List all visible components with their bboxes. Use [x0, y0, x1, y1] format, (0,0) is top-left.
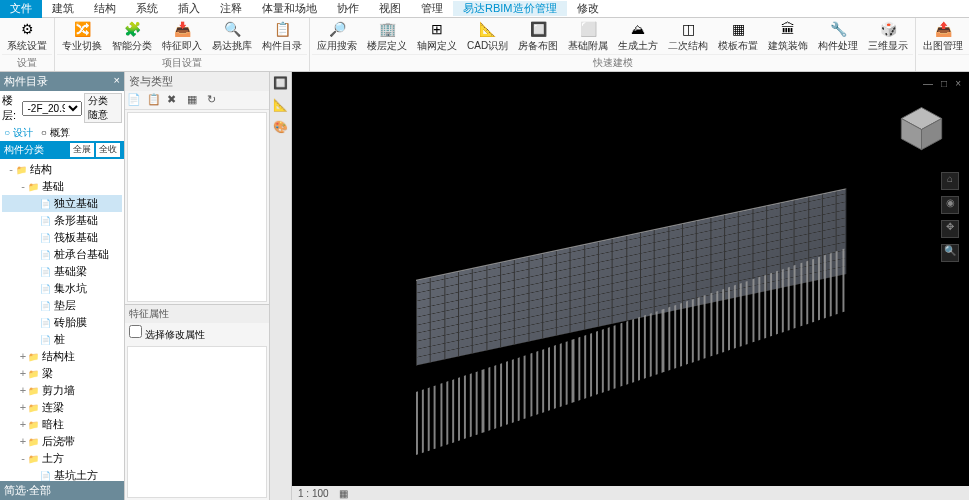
menu-annotate[interactable]: 注释	[210, 1, 252, 16]
tab-estimate[interactable]: ○ 概算	[37, 125, 74, 141]
copy-icon[interactable]: 📋	[147, 93, 161, 107]
menu-view[interactable]: 视图	[369, 1, 411, 16]
view-statusbar: 1 : 100 ▦	[292, 486, 969, 500]
menu-struct[interactable]: 结构	[84, 1, 126, 16]
data-source-icon: 🔍	[222, 19, 242, 39]
panel-header: 构件目录 ×	[0, 72, 124, 91]
component-catalog-panel: 构件目录 × 楼层: -2F_20.9(-12 分类随意 ○ 设计 ○ 概算 构…	[0, 72, 125, 500]
app-search[interactable]: 🔎应用搜索	[312, 18, 362, 54]
mid-title: 资与类型	[129, 74, 173, 89]
tree-node[interactable]: 📄 砖胎膜	[2, 314, 122, 331]
smart-classify-icon: 🧩	[122, 19, 142, 39]
tree-node[interactable]: 📄 条形基础	[2, 212, 122, 229]
close-view-icon[interactable]: ×	[955, 78, 961, 89]
component-tree[interactable]: -📁 结构-📁 基础📄 独立基础📄 条形基础📄 筏板基础📄 桩承台基础📄 基础梁…	[0, 159, 124, 481]
floor-def-icon: 🏢	[377, 19, 397, 39]
menu-mass[interactable]: 体量和场地	[252, 1, 327, 16]
menu-bar: 文件 建筑 结构 系统 插入 注释 体量和场地 协作 视图 管理 易达RBIM造…	[0, 0, 969, 18]
axis-def[interactable]: ⊞轴网定义	[412, 18, 462, 54]
export-map-icon: 📤	[933, 19, 953, 39]
formwork[interactable]: ▦模板布置	[713, 18, 763, 54]
tree-node[interactable]: -📁 基础	[2, 178, 122, 195]
view-mode-icon[interactable]: ▦	[339, 488, 348, 499]
close-icon[interactable]: ×	[114, 74, 120, 89]
tree-node[interactable]: 📄 筏板基础	[2, 229, 122, 246]
new-icon[interactable]: 📄	[127, 93, 141, 107]
collapse-all-btn[interactable]: 全收	[96, 143, 120, 157]
floor-select[interactable]: -2F_20.9(-12	[22, 101, 82, 116]
tree-node[interactable]: 📄 集水坑	[2, 280, 122, 297]
floor-label: 楼层:	[2, 93, 20, 123]
maximize-icon[interactable]: □	[941, 78, 947, 89]
cad-id-icon: 📐	[478, 19, 498, 39]
base-addon-icon: ⬜	[578, 19, 598, 39]
room-layer[interactable]: 🔲房备布图	[513, 18, 563, 54]
tree-node[interactable]: 📄 桩承台基础	[2, 246, 122, 263]
cad-id[interactable]: 📐CAD识别	[462, 18, 513, 54]
menu-system[interactable]: 系统	[126, 1, 168, 16]
feature-import-icon: 📥	[172, 19, 192, 39]
hierarchy-btn[interactable]: 分类随意	[84, 93, 122, 123]
type-panel: 资与类型 📄 📋 ✖ ▦ ↻ 特征属性 选择修改属性	[125, 72, 270, 500]
menu-manage[interactable]: 管理	[411, 1, 453, 16]
tree-node[interactable]: +📁 暗柱	[2, 416, 122, 433]
comp-proc-icon: 🔧	[828, 19, 848, 39]
minimize-icon[interactable]: —	[923, 78, 933, 89]
3d-viewport[interactable]: — □ × ⌂ ◉ ✥ 🔍 1 : 100 ▦	[292, 72, 969, 500]
menu-arch[interactable]: 建筑	[42, 1, 84, 16]
prop-item[interactable]: 选择修改属性	[125, 323, 269, 344]
zoom-level[interactable]: 1 : 100	[298, 488, 329, 499]
tree-node[interactable]: +📁 后浇带	[2, 433, 122, 450]
nav-zoom-icon[interactable]: 🔍	[941, 244, 959, 262]
side-tool-2-icon[interactable]: 📐	[273, 98, 289, 114]
tree-node[interactable]: -📁 结构	[2, 161, 122, 178]
type-list[interactable]	[127, 112, 267, 302]
data-source[interactable]: 🔍易达挑库	[207, 18, 257, 54]
feature-import[interactable]: 📥特征即入	[157, 18, 207, 54]
tree-node[interactable]: 📄 基坑土方	[2, 467, 122, 481]
expand-all-btn[interactable]: 全展	[70, 143, 94, 157]
tree-node[interactable]: +📁 连梁	[2, 399, 122, 416]
tree-node[interactable]: 📄 基础梁	[2, 263, 122, 280]
gen-earth[interactable]: ⛰生成土方	[613, 18, 663, 54]
formwork-icon: ▦	[728, 19, 748, 39]
export-map[interactable]: 📤出图管理	[918, 18, 968, 54]
component-list[interactable]: 📋构件目录	[257, 18, 307, 54]
comp-proc[interactable]: 🔧构件处理	[813, 18, 863, 54]
view-cube[interactable]	[894, 102, 949, 157]
side-tool-1-icon[interactable]: 🔲	[273, 76, 289, 92]
floor-def[interactable]: 🏢楼层定义	[362, 18, 412, 54]
menu-insert[interactable]: 插入	[168, 1, 210, 16]
prop-checkbox[interactable]	[129, 325, 142, 338]
delete-icon[interactable]: ✖	[167, 93, 181, 107]
tree-node[interactable]: 📄 独立基础	[2, 195, 122, 212]
system-settings[interactable]: ⚙系统设置	[2, 18, 52, 54]
tree-node[interactable]: 📄 桩	[2, 331, 122, 348]
menu-collab[interactable]: 协作	[327, 1, 369, 16]
menu-file[interactable]: 文件	[0, 0, 42, 18]
panel-footer: 简选·全部	[0, 481, 124, 500]
base-addon[interactable]: ⬜基础附属	[563, 18, 613, 54]
nav-pan-icon[interactable]: ✥	[941, 220, 959, 238]
nav-home-icon[interactable]: ⌂	[941, 172, 959, 190]
props-icon[interactable]: ▦	[187, 93, 201, 107]
secondary[interactable]: ◫二次结构	[663, 18, 713, 54]
menu-modify[interactable]: 修改	[567, 1, 609, 16]
ribbon: ⚙系统设置设置🔀专业切换🧩智能分类📥特征即入🔍易达挑库📋构件目录项目设置🔎应用搜…	[0, 18, 969, 72]
building-model	[416, 202, 846, 352]
tab-design[interactable]: ○ 设计	[0, 125, 37, 141]
smart-classify[interactable]: 🧩智能分类	[107, 18, 157, 54]
nav-orbit-icon[interactable]: ◉	[941, 196, 959, 214]
tree-node[interactable]: -📁 土方	[2, 450, 122, 467]
refresh-icon[interactable]: ↻	[207, 93, 221, 107]
pro-switch[interactable]: 🔀专业切换	[57, 18, 107, 54]
tree-node[interactable]: 📄 垫层	[2, 297, 122, 314]
tree-node[interactable]: +📁 结构柱	[2, 348, 122, 365]
3d-display[interactable]: 🎲三维显示	[863, 18, 913, 54]
prop-list	[127, 346, 267, 498]
menu-bim-cost[interactable]: 易达RBIM造价管理	[453, 1, 567, 16]
tree-node[interactable]: +📁 梁	[2, 365, 122, 382]
arch-deco[interactable]: 🏛建筑装饰	[763, 18, 813, 54]
tree-node[interactable]: +📁 剪力墙	[2, 382, 122, 399]
side-tool-3-icon[interactable]: 🎨	[273, 120, 289, 136]
